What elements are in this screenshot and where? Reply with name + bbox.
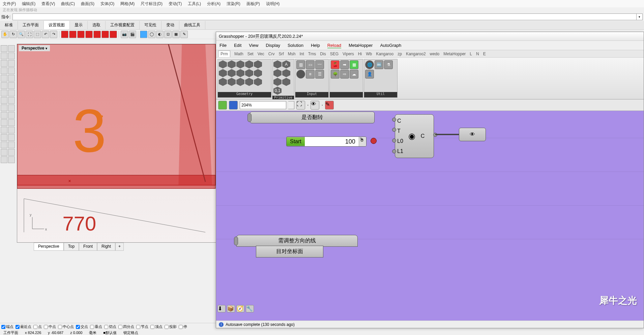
gh-tab-metahopper[interactable]: MetaHopper bbox=[443, 52, 466, 56]
perspective-viewport[interactable]: x y 3 770 × Perspective bbox=[17, 44, 217, 243]
ltool-scale-icon[interactable] bbox=[8, 127, 15, 133]
tool-tech-icon[interactable]: ▦ bbox=[172, 31, 180, 38]
tab-display[interactable]: 显示 bbox=[70, 21, 88, 29]
gh-icon-text[interactable]: A bbox=[282, 60, 290, 68]
gh-box-icon[interactable]: 📦 bbox=[227, 305, 235, 312]
gh-tab-srf[interactable]: Srf bbox=[279, 52, 284, 56]
gh-panel-title-primitive[interactable]: Primitive bbox=[272, 96, 294, 99]
tab-transform[interactable]: 变动 bbox=[162, 21, 179, 29]
gh-icon-bool[interactable] bbox=[273, 60, 282, 68]
ltool-interp-icon[interactable] bbox=[8, 75, 15, 82]
gh-tab-int[interactable]: Int bbox=[299, 52, 304, 56]
osnap-tan[interactable]: 切点 bbox=[104, 324, 116, 329]
osnap-end[interactable]: 端点 bbox=[1, 324, 13, 329]
menu-solid[interactable]: 实体(O) bbox=[100, 1, 114, 7]
gh-component-flip-panel[interactable]: 是否翻转 bbox=[250, 112, 375, 123]
ltool-mesh-icon[interactable] bbox=[1, 97, 7, 104]
ltool-copy-icon[interactable] bbox=[8, 119, 15, 126]
osnap-vertex[interactable]: 顶点 bbox=[150, 324, 163, 329]
tool-front-icon[interactable] bbox=[77, 31, 85, 38]
gh-troubleshoot-icon[interactable]: 🔧 bbox=[246, 305, 254, 312]
gh-menu-help[interactable]: Help bbox=[311, 43, 320, 48]
menu-help[interactable]: 说明(H) bbox=[266, 1, 280, 7]
menu-view[interactable]: 查看(V) bbox=[41, 1, 55, 7]
ltool-props-icon[interactable] bbox=[8, 149, 15, 156]
gh-tab-kangaroo2[interactable]: Kangaroo2 bbox=[406, 52, 426, 56]
gh-icon-circle[interactable] bbox=[254, 69, 262, 77]
gh-input-t[interactable]: T bbox=[397, 128, 403, 134]
gh-icon-point[interactable] bbox=[219, 60, 227, 68]
tool-left-icon[interactable] bbox=[101, 31, 109, 38]
viewport-title[interactable]: Perspective bbox=[19, 45, 50, 51]
gh-markov-icon[interactable]: ⬇ bbox=[217, 305, 226, 312]
gh-menu-display[interactable]: Display bbox=[266, 43, 280, 48]
vp-tab-perspective[interactable]: Perspective bbox=[34, 243, 64, 251]
gh-zoom-input[interactable] bbox=[240, 101, 286, 109]
ltool-rect-icon[interactable] bbox=[1, 67, 7, 74]
gh-icon-curve[interactable] bbox=[228, 60, 236, 68]
gh-canvas[interactable]: 是否翻转 Start 🖱 C T L0 L1 ◉ C bbox=[216, 111, 644, 321]
tool-xray-icon[interactable]: ⊡ bbox=[164, 31, 172, 38]
tool-rotate-icon[interactable]: ↻ bbox=[9, 31, 17, 38]
ltool-circle-icon[interactable] bbox=[1, 60, 7, 67]
gh-grip-t-in[interactable] bbox=[392, 128, 396, 132]
gh-grip-l1-in[interactable] bbox=[392, 149, 396, 153]
tab-setview[interactable]: 设置视图 bbox=[44, 21, 70, 29]
gh-sketch-icon[interactable]: ✎ bbox=[325, 101, 334, 110]
gh-menu-solution[interactable]: Solution bbox=[288, 43, 303, 48]
gh-grip-icon[interactable] bbox=[247, 113, 252, 122]
gh-tab-msh[interactable]: Msh bbox=[288, 52, 296, 56]
gh-tab-e[interactable]: E bbox=[483, 52, 486, 56]
ltool-pointer-icon[interactable] bbox=[1, 45, 7, 52]
gh-icon-transform[interactable] bbox=[245, 69, 253, 77]
menu-dim[interactable]: 尺寸标注(D) bbox=[141, 1, 163, 7]
gh-tab-wb[interactable]: Wb bbox=[366, 52, 372, 56]
ltool-move-icon[interactable] bbox=[1, 119, 7, 126]
gh-icon-flask[interactable]: ⚗ bbox=[384, 60, 393, 69]
gh-preview-icon[interactable]: 👁 bbox=[311, 101, 319, 110]
gh-component-relay[interactable]: C T L0 L1 ◉ C bbox=[395, 114, 434, 158]
menu-analyze[interactable]: 分析(A) bbox=[207, 1, 221, 7]
gh-menu-view[interactable]: View bbox=[249, 43, 258, 48]
gh-icon-geo[interactable] bbox=[219, 69, 227, 77]
gh-icon-line[interactable] bbox=[219, 78, 227, 86]
gh-icon-int[interactable] bbox=[273, 69, 282, 77]
gh-icon-globe[interactable]: 🌐 bbox=[365, 60, 374, 69]
ltool-help-icon[interactable] bbox=[8, 156, 15, 163]
ltool-text-icon[interactable] bbox=[8, 142, 15, 148]
tab-visibility[interactable]: 可见性 bbox=[140, 21, 162, 29]
ltool-render-icon[interactable] bbox=[8, 97, 15, 104]
gh-tab-crv[interactable]: Crv bbox=[268, 52, 275, 56]
gh-slider-output-grip[interactable] bbox=[371, 138, 377, 144]
ltool-solid-icon[interactable] bbox=[8, 90, 15, 96]
menu-edit[interactable]: 编辑(E) bbox=[22, 1, 35, 7]
tool-render-icon[interactable]: 🎬 bbox=[129, 31, 136, 38]
gh-input-l1[interactable]: L1 bbox=[397, 148, 403, 154]
gh-menu-file[interactable]: File bbox=[219, 43, 227, 48]
gh-icon-mesh[interactable] bbox=[254, 60, 262, 68]
gh-zoom-dropdown[interactable] bbox=[288, 101, 294, 109]
gh-titlebar[interactable]: Grasshopper - 20#开启玻璃反尺2020.2.24* bbox=[216, 32, 644, 41]
osnap-knot[interactable]: 节点 bbox=[136, 324, 148, 329]
gh-icon-cherry[interactable]: 🍒 bbox=[331, 60, 340, 69]
ltool-lasso-icon[interactable] bbox=[8, 45, 15, 52]
ltool-mirror-icon[interactable] bbox=[1, 134, 7, 141]
tool-persp-icon[interactable] bbox=[61, 31, 68, 38]
gh-icon-panel[interactable]: ▥ bbox=[296, 60, 305, 69]
tool-undo-icon[interactable]: ↶ bbox=[42, 31, 49, 38]
gh-tab-l[interactable]: L bbox=[470, 52, 472, 56]
menu-curve[interactable]: 曲线(C) bbox=[61, 1, 75, 7]
gh-tab-zp[interactable]: zp bbox=[398, 52, 402, 56]
ltool-dim-icon[interactable] bbox=[1, 142, 7, 148]
ltool-split-icon[interactable] bbox=[8, 112, 15, 119]
ltool-surf-icon[interactable] bbox=[1, 90, 7, 96]
menu-surface[interactable]: 曲面(S) bbox=[81, 1, 94, 7]
tab-vplayout[interactable]: 工作视窗配置 bbox=[106, 21, 140, 29]
osnap-int[interactable]: 交点 bbox=[76, 324, 88, 329]
gh-save-icon[interactable] bbox=[229, 101, 238, 110]
osnap-point[interactable]: 点 bbox=[33, 324, 42, 329]
vp-tab-right[interactable]: Right bbox=[97, 243, 115, 251]
command-input[interactable] bbox=[12, 13, 637, 20]
tab-standard[interactable]: 标准 bbox=[0, 21, 18, 29]
gh-tab-dis[interactable]: Dis bbox=[320, 52, 326, 56]
